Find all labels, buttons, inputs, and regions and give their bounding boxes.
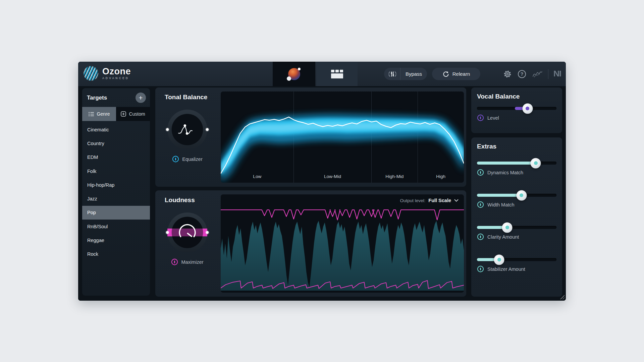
relearn-refresh-icon: [442, 70, 449, 77]
band-label-low-mid: Low-Mid: [324, 174, 341, 179]
band-label-high-mid: High-Mid: [385, 174, 404, 179]
slider-thumb[interactable]: [502, 222, 513, 233]
loudness-chart: Output level: Full Scale: [221, 194, 464, 293]
genre-list-icon: [89, 112, 94, 117]
slider-thumb[interactable]: [522, 103, 533, 114]
assistant-sphere-icon: [288, 68, 300, 80]
genre-item-hip-hop-rap[interactable]: Hip-hop/Rap: [82, 178, 150, 192]
settings-gear-icon[interactable]: [503, 69, 512, 79]
equalizer-label: Equalizer: [182, 157, 202, 162]
power-icon[interactable]: [477, 169, 484, 176]
tonal-balance-title: Tonal Balance: [165, 94, 207, 101]
bypass-label: Bypass: [400, 71, 427, 77]
genre-item-reggae[interactable]: Reggae: [82, 233, 150, 247]
app-logo: Ozone ADVANCED: [84, 66, 131, 81]
ozone-plugin-window: Ozone ADVANCED: [78, 62, 566, 301]
custom-tab-label: Custom: [129, 111, 145, 117]
svg-text:?: ?: [521, 71, 524, 77]
vocal-balance-panel: Vocal Balance Level: [471, 87, 562, 133]
chevron-down-icon[interactable]: [454, 199, 459, 202]
width-match-slider[interactable]: [477, 194, 556, 197]
view-tabs: [273, 62, 358, 86]
tab-detailed-view[interactable]: [316, 62, 358, 86]
vocal-balance-title: Vocal Balance: [477, 93, 520, 100]
slider-label: Dynamics Match: [487, 170, 523, 175]
extras-panel: Extras Dynamics MatchWidth MatchClarity …: [471, 137, 562, 297]
tab-assistant-view[interactable]: [273, 62, 315, 86]
tonal-balance-panel: Tonal Balance: [155, 87, 466, 187]
genre-item-cinematic[interactable]: Cinematic: [82, 123, 150, 136]
equalizer-power-icon[interactable]: [172, 156, 179, 163]
genre-list: CinematicCountryEDMFolkHip-hop/RapJazzPo…: [82, 123, 150, 261]
extras-slider-group: Width Match: [477, 194, 556, 208]
power-icon[interactable]: [477, 233, 484, 240]
meters-icon: [389, 70, 396, 78]
genre-item-rnb-soul[interactable]: RnB/Soul: [82, 220, 150, 233]
signature-scribble-icon[interactable]: [532, 70, 543, 78]
logo-subtitle: ADVANCED: [102, 76, 131, 80]
genre-item-folk[interactable]: Folk: [82, 164, 150, 178]
add-target-button[interactable]: +: [136, 93, 146, 103]
slider-thumb[interactable]: [531, 158, 541, 168]
maximizer-knob[interactable]: [165, 210, 210, 255]
vocal-level-label: Level: [487, 115, 499, 121]
slider-label: Clarity Amount: [487, 234, 519, 240]
loudness-panel: Loudness: [155, 190, 466, 297]
genre-item-pop[interactable]: Pop: [82, 206, 150, 220]
tab-genre[interactable]: Genre: [82, 107, 116, 121]
extras-slider-group: Stabilizer Amount: [477, 258, 556, 273]
ozone-logo-icon: [84, 66, 98, 81]
targets-panel: Targets + Genre: [82, 88, 150, 296]
dynamics-match-slider[interactable]: [477, 162, 556, 165]
slider-fill: [477, 162, 536, 165]
tab-custom[interactable]: Custom: [116, 107, 150, 121]
genre-item-rock[interactable]: Rock: [82, 247, 150, 261]
header-divider: [548, 69, 548, 79]
slider-fill: [477, 194, 522, 197]
header-right-icons: ? NI: [503, 62, 561, 86]
genre-item-country[interactable]: Country: [82, 136, 150, 150]
power-icon[interactable]: [477, 201, 484, 208]
loudness-title: Loudness: [165, 196, 195, 204]
vocal-level-slider[interactable]: [477, 107, 556, 110]
bypass-button[interactable]: Bypass: [384, 68, 427, 80]
help-icon[interactable]: ?: [517, 69, 527, 79]
modules-icon: [331, 70, 343, 78]
slider-label: Width Match: [487, 202, 515, 207]
logo-title: Ozone: [102, 67, 131, 76]
band-label-low: Low: [253, 174, 261, 179]
genre-item-edm[interactable]: EDM: [82, 150, 150, 164]
genre-tab-label: Genre: [97, 111, 110, 117]
content-area: Targets + Genre: [78, 86, 566, 301]
slider-label: Stabilizer Amount: [487, 266, 525, 272]
tonal-balance-chart: LowLow-MidHigh-MidHigh: [221, 92, 464, 183]
custom-add-icon: [121, 111, 126, 117]
output-level-label: Output level:: [400, 198, 426, 203]
target-tabs: Genre Custom: [82, 107, 150, 121]
extras-slider-group: Dynamics Match: [477, 162, 556, 176]
slider-thumb[interactable]: [516, 190, 527, 200]
equalizer-knob[interactable]: [165, 107, 210, 152]
ni-logo: NI: [553, 69, 561, 78]
power-icon[interactable]: [477, 265, 484, 273]
vocal-level-power-icon[interactable]: [477, 114, 484, 121]
maximizer-power-icon[interactable]: [171, 258, 178, 265]
maximizer-label: Maximizer: [181, 259, 203, 265]
extras-slider-group: Clarity Amount: [477, 226, 556, 240]
band-label-high: High: [436, 174, 445, 179]
targets-title: Targets: [87, 95, 107, 101]
stabilizer-amount-slider[interactable]: [477, 258, 556, 261]
header-bar: Ozone ADVANCED: [78, 62, 566, 86]
relearn-label: Relearn: [452, 71, 470, 77]
output-level-value[interactable]: Full Scale: [428, 198, 451, 203]
clarity-amount-slider[interactable]: [477, 226, 556, 229]
relearn-button[interactable]: Relearn: [432, 68, 480, 80]
extras-title: Extras: [477, 143, 496, 150]
genre-item-jazz[interactable]: Jazz: [82, 192, 150, 205]
slider-thumb[interactable]: [494, 254, 504, 265]
